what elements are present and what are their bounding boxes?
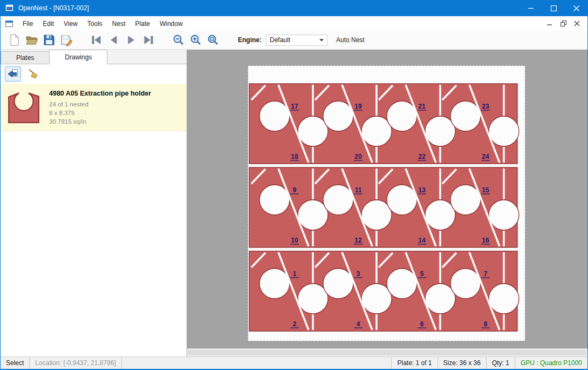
last-plate-button[interactable]	[140, 32, 157, 48]
status-gpu: GPU : Quadro P1000	[515, 359, 587, 367]
save-icon	[43, 33, 56, 46]
zoom-in-icon	[189, 33, 202, 46]
part-number[interactable]: 21	[418, 103, 426, 110]
blue-arrow-page-icon	[7, 68, 19, 80]
horizontal-scrollbar-thumb[interactable]	[188, 350, 586, 355]
part-number[interactable]: 3	[357, 270, 360, 278]
part-number[interactable]: 17	[291, 103, 298, 110]
part-title: 4980 A05 Extraction pipe holder	[49, 90, 151, 97]
part-number[interactable]: 2	[293, 320, 297, 328]
maximize-button[interactable]	[542, 0, 565, 16]
menu-nest[interactable]: Nest	[107, 17, 131, 30]
mdi-window-controls	[547, 21, 583, 26]
status-location: Location: [-0.9437, 21.8796]	[30, 359, 121, 367]
new-file-icon	[8, 33, 21, 46]
new-button[interactable]	[6, 32, 23, 48]
menu-file[interactable]: File	[18, 17, 38, 30]
menu-plate[interactable]: Plate	[131, 17, 155, 30]
status-mode: Select	[1, 359, 29, 367]
part-nested-count: 24 of 1 nested	[49, 100, 151, 109]
broom-icon	[28, 68, 39, 80]
close-button[interactable]	[565, 0, 587, 16]
save-edit-button[interactable]	[58, 32, 75, 48]
zoom-out-button[interactable]	[170, 32, 187, 48]
sidebar-tabs: Plates Drawings	[1, 50, 187, 64]
tab-plates[interactable]: Plates	[1, 51, 50, 64]
part-number[interactable]: 24	[482, 153, 489, 160]
part-number[interactable]: 18	[291, 153, 298, 160]
part-number[interactable]: 12	[354, 237, 362, 244]
horizontal-scrollbar[interactable]	[187, 348, 587, 356]
minimize-button[interactable]	[519, 0, 542, 16]
part-number[interactable]: 9	[293, 186, 297, 194]
first-arrow-icon	[90, 33, 103, 46]
app-icon	[5, 3, 15, 13]
part-number[interactable]: 16	[482, 237, 489, 244]
part-number[interactable]: 8	[484, 320, 488, 328]
zoom-in-button[interactable]	[187, 32, 204, 48]
menu-view[interactable]: View	[59, 17, 83, 30]
menu-tools[interactable]: Tools	[83, 17, 107, 30]
part-number[interactable]: 6	[420, 320, 424, 328]
nest-row: 1719212318202224	[249, 84, 519, 164]
open-folder-icon	[25, 33, 38, 46]
tab-drawings[interactable]: Drawings	[49, 50, 107, 64]
drawing-list-item[interactable]: 4980 A05 Extraction pipe holder 24 of 1 …	[1, 84, 187, 131]
part-number[interactable]: 1	[293, 270, 297, 278]
plate[interactable]: 171921231820222491113151012141613572468	[248, 65, 525, 341]
part-number[interactable]: 15	[482, 186, 489, 194]
status-separator	[121, 357, 122, 369]
part-number[interactable]: 5	[420, 270, 424, 278]
status-bar: Select Location: [-0.9437, 21.8796] Plat…	[1, 356, 587, 369]
nested-parts[interactable]: 171921231820222491113151012141613572468	[249, 84, 519, 331]
open-button[interactable]	[23, 32, 40, 48]
save-button[interactable]	[40, 32, 58, 48]
nest-row: 13572468	[249, 251, 519, 331]
part-number[interactable]: 22	[418, 153, 426, 160]
document-window-icon[interactable]	[5, 19, 13, 28]
mdi-minimize-button[interactable]	[547, 21, 553, 26]
previous-plate-button[interactable]	[105, 32, 122, 48]
drawing-list-empty-area	[1, 131, 187, 356]
engine-dropdown[interactable]: Default	[266, 35, 327, 46]
main-toolbar: Engine: Default Auto Nest	[1, 31, 587, 50]
part-number[interactable]: 20	[354, 153, 362, 160]
auto-nest-button[interactable]: Auto Nest	[336, 36, 365, 44]
sidebar: Plates Drawings	[1, 50, 187, 356]
part-number[interactable]: 19	[354, 103, 362, 110]
nest-row: 911131510121416	[249, 167, 519, 247]
content-area: Plates Drawings	[1, 50, 587, 356]
menu-bar: File Edit View Tools Nest Plate Window	[1, 16, 587, 31]
first-plate-button[interactable]	[88, 32, 105, 48]
part-number[interactable]: 14	[418, 237, 426, 244]
opennest-window: OpenNest - [N0317-002] File Ed	[0, 0, 588, 370]
menu-edit[interactable]: Edit	[38, 17, 59, 30]
part-number[interactable]: 7	[484, 270, 488, 278]
zoom-fit-button[interactable]	[204, 32, 222, 48]
next-arrow-icon	[125, 33, 138, 46]
save-edit-icon	[60, 33, 73, 46]
part-number[interactable]: 23	[482, 103, 489, 110]
zoom-fit-icon	[207, 33, 220, 46]
zoom-out-icon	[172, 33, 185, 46]
menu-window[interactable]: Window	[155, 17, 188, 30]
previous-arrow-icon	[107, 33, 120, 46]
next-plate-button[interactable]	[122, 32, 140, 48]
nesting-canvas[interactable]: 171921231820222491113151012141613572468	[187, 50, 587, 356]
clean-button[interactable]	[25, 66, 42, 82]
mdi-close-button[interactable]	[574, 21, 580, 26]
status-size: Size: 36 x 36	[438, 359, 486, 367]
part-thumbnail	[7, 89, 40, 124]
engine-label: Engine:	[238, 36, 262, 44]
drawings-toolbar	[1, 64, 187, 84]
mdi-restore-button[interactable]	[560, 21, 566, 26]
part-number[interactable]: 13	[418, 186, 426, 194]
send-to-plate-button[interactable]	[5, 66, 21, 82]
engine-value: Default	[270, 36, 290, 44]
window-title: OpenNest - [N0317-002]	[18, 4, 89, 12]
part-number[interactable]: 4	[357, 320, 360, 328]
window-controls	[519, 0, 587, 16]
title-bar: OpenNest - [N0317-002]	[1, 0, 587, 16]
part-number[interactable]: 11	[355, 186, 362, 194]
part-number[interactable]: 10	[291, 237, 298, 244]
